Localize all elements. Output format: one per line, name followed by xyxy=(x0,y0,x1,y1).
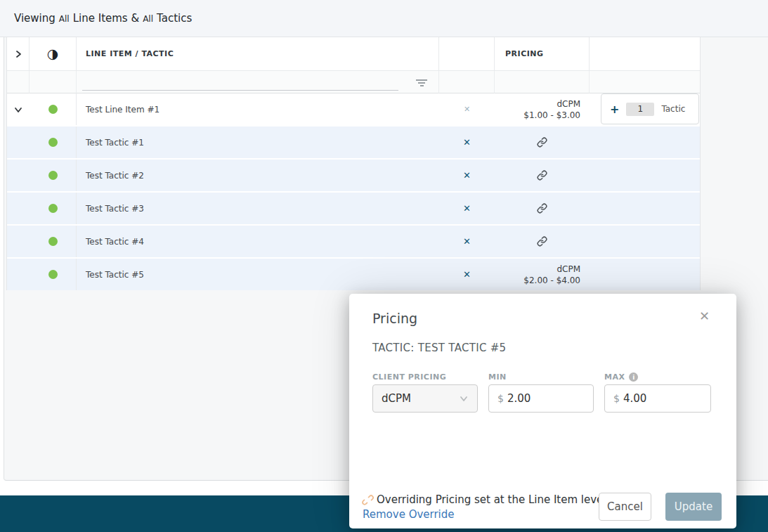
column-header-remove xyxy=(439,37,495,71)
tactic-status-cell xyxy=(30,259,77,290)
close-icon[interactable]: ✕ xyxy=(699,309,710,323)
pricing-range: $2.00 - $4.00 xyxy=(495,275,580,286)
pricing-type: dCPM xyxy=(495,264,580,275)
line-items-filter-all[interactable]: All xyxy=(59,14,70,24)
tactic-row: Test Tactic #4 ✕ xyxy=(7,226,700,257)
line-item-name: Test Line Item #1 xyxy=(77,93,439,125)
filter-cell xyxy=(77,71,439,93)
tactic-spacer xyxy=(7,126,30,158)
remove-override-link[interactable]: Remove Override xyxy=(363,508,455,521)
tactic-spacer xyxy=(7,259,30,290)
tactic-actions-cell xyxy=(590,226,700,257)
tactic-status-cell xyxy=(30,193,77,224)
name-filter-input[interactable] xyxy=(82,77,398,91)
client-pricing-select[interactable]: dCPM xyxy=(372,384,478,413)
add-tactic-button[interactable]: + 1 Tactic xyxy=(601,93,699,124)
linked-pricing-icon[interactable] xyxy=(537,203,547,214)
pricing-type: dCPM xyxy=(495,98,580,110)
update-button[interactable]: Update xyxy=(665,493,722,521)
viewing-label: Viewing xyxy=(14,12,56,25)
remove-tactic-icon[interactable]: ✕ xyxy=(463,137,471,148)
min-currency-prefix: $ xyxy=(497,393,504,404)
client-pricing-value: dCPM xyxy=(382,392,459,405)
status-dot-icon xyxy=(48,138,58,147)
broken-link-icon xyxy=(362,494,374,506)
tactic-pricing-summary[interactable]: dCPM $2.00 - $4.00 xyxy=(495,264,590,286)
tactic-name: Test Tactic #3 xyxy=(77,193,439,224)
tactic-count-badge: 1 xyxy=(626,103,654,116)
line-item-pricing-summary[interactable]: dCPM $1.00 - $3.00 xyxy=(495,98,590,121)
filter-spacer-2 xyxy=(30,71,77,93)
tactic-row: Test Tactic #2 ✕ xyxy=(7,160,700,191)
cancel-button[interactable]: Cancel xyxy=(599,493,651,521)
remove-tactic-icon[interactable]: ✕ xyxy=(463,170,471,181)
max-input[interactable]: $ xyxy=(604,384,711,413)
linked-pricing-icon[interactable] xyxy=(537,236,547,247)
tactic-spacer xyxy=(7,160,30,191)
line-items-table: ◑ LINE ITEM / TACTIC PRICING xyxy=(6,37,701,290)
chevron-down-icon xyxy=(459,394,469,403)
expand-all-column-header[interactable] xyxy=(7,37,30,71)
tactic-actions-cell xyxy=(590,126,700,158)
override-note: Overriding Pricing set at the Line Item … xyxy=(362,493,606,506)
tactic-status-cell xyxy=(30,126,77,158)
filter-spacer-4 xyxy=(495,71,590,93)
max-label: MAX i xyxy=(604,372,638,382)
status-dot-icon xyxy=(48,105,58,114)
max-input-field[interactable] xyxy=(623,392,694,405)
chevron-down-icon xyxy=(14,105,22,114)
pricing-range: $1.00 - $3.00 xyxy=(495,110,580,121)
tactic-row: Test Tactic #5 ✕ dCPM $2.00 - $4.00 xyxy=(7,259,700,290)
tactic-name: Test Tactic #2 xyxy=(77,160,439,191)
filter-spacer-3 xyxy=(439,71,495,93)
tactic-rows-container: Test Tactic #1 ✕ Test Tactic #2 ✕ xyxy=(7,126,700,290)
max-currency-prefix: $ xyxy=(613,393,620,404)
viewing-suffix-label: Tactics xyxy=(157,12,192,25)
modal-title: Pricing xyxy=(372,311,417,326)
info-icon[interactable]: i xyxy=(629,372,638,382)
filter-spacer-1 xyxy=(7,71,30,93)
collapse-toggle[interactable] xyxy=(7,93,30,125)
tactic-name: Test Tactic #4 xyxy=(77,226,439,257)
table-header-row: ◑ LINE ITEM / TACTIC PRICING xyxy=(7,37,700,71)
remove-tactic-icon[interactable]: ✕ xyxy=(463,203,471,214)
filter-row xyxy=(7,71,700,93)
linked-pricing-icon[interactable] xyxy=(537,137,547,148)
status-dot-icon xyxy=(48,270,58,279)
column-header-line-item-tactic: LINE ITEM / TACTIC xyxy=(77,37,439,71)
min-input[interactable]: $ xyxy=(488,384,594,413)
tactic-spacer xyxy=(7,193,30,224)
tactic-name: Test Tactic #5 xyxy=(77,259,439,290)
tactic-row: Test Tactic #3 ✕ xyxy=(7,193,700,224)
tactic-spacer xyxy=(7,226,30,257)
line-item-status-cell xyxy=(30,93,77,125)
modal-subtitle: TACTIC: TEST TACTIC #5 xyxy=(372,342,506,354)
tactic-actions-cell xyxy=(590,160,700,191)
min-input-field[interactable] xyxy=(507,392,578,405)
tactic-status-cell xyxy=(30,226,77,257)
status-dot-icon xyxy=(48,204,58,213)
plus-icon: + xyxy=(610,103,619,116)
max-label-text: MAX xyxy=(604,372,625,382)
filter-icon[interactable] xyxy=(416,79,427,88)
column-header-pricing: PRICING xyxy=(495,37,590,71)
tactic-row: Test Tactic #1 ✕ xyxy=(7,126,700,158)
status-dot-icon xyxy=(48,171,58,180)
remove-tactic-icon[interactable]: ✕ xyxy=(463,269,471,280)
remove-line-item-icon[interactable]: ✕ xyxy=(464,105,470,114)
tactic-status-cell xyxy=(30,160,77,191)
pricing-modal: Pricing ✕ TACTIC: TEST TACTIC #5 CLIENT … xyxy=(349,294,736,528)
status-column-header[interactable]: ◑ xyxy=(30,37,77,71)
client-pricing-label: CLIENT PRICING xyxy=(372,372,446,382)
tactics-filter-all[interactable]: All xyxy=(143,14,153,24)
viewing-middle-label: Line Items & xyxy=(73,12,139,25)
remove-tactic-icon[interactable]: ✕ xyxy=(463,236,471,247)
filter-spacer-5 xyxy=(590,71,700,93)
override-note-text: Overriding Pricing set at the Line Item … xyxy=(377,493,606,506)
tactic-actions-cell xyxy=(590,259,700,290)
column-header-actions xyxy=(590,37,700,71)
linked-pricing-icon[interactable] xyxy=(537,170,547,181)
status-dot-icon xyxy=(48,237,58,246)
contrast-circle-icon: ◑ xyxy=(47,47,59,60)
tactic-name: Test Tactic #1 xyxy=(77,126,439,158)
